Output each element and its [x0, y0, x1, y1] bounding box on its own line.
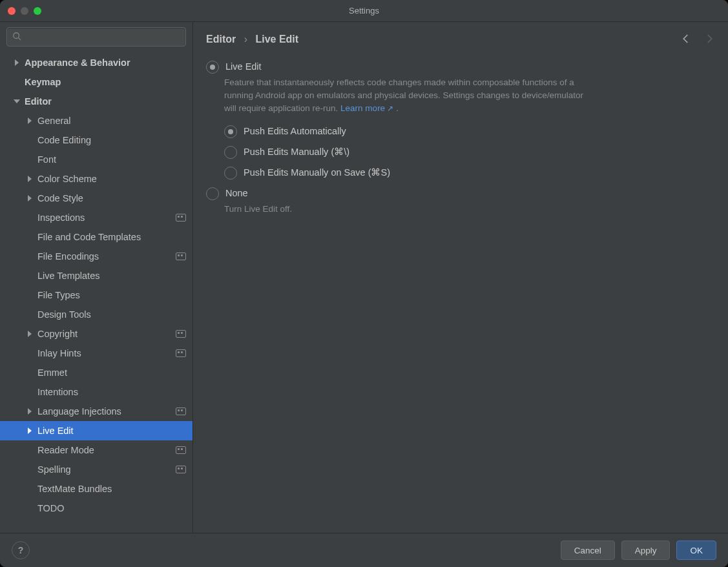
sidebar-item-intentions[interactable]: Intentions	[0, 382, 192, 402]
learn-more-link[interactable]: Learn more	[340, 103, 393, 113]
sidebar-item-color-scheme[interactable]: Color Scheme	[0, 169, 192, 189]
sidebar-item-label: TODO	[37, 503, 186, 513]
svg-point-0	[14, 32, 19, 38]
radio-label: Push Edits Manually (⌘\)	[244, 145, 349, 159]
sidebar-item-label: File Encodings	[37, 251, 172, 262]
sidebar-item-inspections[interactable]: Inspections	[0, 208, 192, 227]
chevron-right-icon	[26, 253, 34, 260]
sidebar-item-live-edit[interactable]: Live Edit	[0, 421, 192, 440]
project-level-badge-icon	[176, 349, 186, 357]
main-panel: Editor › Live Edit Live Edit Feature tha…	[193, 22, 728, 533]
chevron-right-icon	[26, 214, 34, 222]
sidebar-item-label: Appearance & Behavior	[25, 57, 186, 68]
titlebar: Settings	[0, 0, 728, 22]
radio-push-mode-0[interactable]: Push Edits Automatically	[224, 124, 702, 138]
breadcrumb-parent[interactable]: Editor	[206, 34, 236, 45]
apply-button[interactable]: Apply	[621, 541, 671, 560]
chevron-right-icon	[26, 349, 34, 357]
radio-icon	[224, 146, 237, 159]
chevron-right-icon	[26, 407, 34, 415]
ok-button[interactable]: OK	[676, 541, 716, 560]
radio-none[interactable]: None	[206, 186, 702, 200]
chevron-right-icon	[26, 272, 34, 280]
sidebar-item-label: Inlay Hints	[37, 348, 172, 358]
sidebar-item-textmate-bundles[interactable]: TextMate Bundles	[0, 479, 192, 499]
chevron-right-icon	[26, 136, 34, 144]
sidebar-item-label: Code Editing	[37, 135, 186, 145]
search-input[interactable]	[25, 32, 180, 43]
radio-push-mode-1[interactable]: Push Edits Manually (⌘\)	[224, 145, 702, 159]
radio-icon	[224, 125, 237, 138]
radio-label: Push Edits Automatically	[244, 124, 346, 138]
radio-label: None	[225, 186, 248, 200]
chevron-right-icon	[26, 117, 34, 125]
sidebar-item-language-injections[interactable]: Language Injections	[0, 402, 192, 421]
sidebar-item-general[interactable]: General	[0, 111, 192, 130]
sidebar-item-appearance-behavior[interactable]: Appearance & Behavior	[0, 53, 192, 72]
window-body: Appearance & BehaviorKeymapEditorGeneral…	[0, 22, 728, 533]
chevron-right-icon	[26, 446, 34, 454]
chevron-right-icon	[26, 175, 34, 183]
sidebar-item-font[interactable]: Font	[0, 150, 192, 169]
back-button[interactable]	[680, 33, 692, 46]
chevron-right-icon	[26, 369, 34, 376]
settings-window: Settings Appearance & BehaviorKeymapEdit…	[0, 0, 728, 567]
sidebar-item-emmet[interactable]: Emmet	[0, 363, 192, 382]
sidebar-item-label: Color Scheme	[37, 174, 186, 184]
sidebar-item-editor[interactable]: Editor	[0, 92, 192, 111]
project-level-badge-icon	[176, 407, 186, 415]
sidebar-item-live-templates[interactable]: Live Templates	[0, 266, 192, 285]
sidebar-item-copyright[interactable]: Copyright	[0, 324, 192, 344]
sidebar-item-keymap[interactable]: Keymap	[0, 72, 192, 92]
sidebar-item-label: TextMate Bundles	[37, 484, 186, 494]
sidebar-item-code-editing[interactable]: Code Editing	[0, 130, 192, 150]
project-level-badge-icon	[176, 330, 186, 338]
chevron-right-icon	[26, 311, 34, 318]
chevron-right-icon	[26, 233, 34, 241]
chevron-right-icon	[26, 388, 34, 396]
radio-push-mode-2[interactable]: Push Edits Manually on Save (⌘S)	[224, 165, 702, 180]
sidebar: Appearance & BehaviorKeymapEditorGeneral…	[0, 22, 193, 533]
sidebar-item-file-encodings[interactable]: File Encodings	[0, 247, 192, 266]
sidebar-item-label: Code Style	[37, 193, 186, 203]
sidebar-item-inlay-hints[interactable]: Inlay Hints	[0, 344, 192, 363]
sidebar-item-label: Emmet	[37, 367, 186, 378]
project-level-badge-icon	[176, 446, 186, 454]
settings-tree[interactable]: Appearance & BehaviorKeymapEditorGeneral…	[0, 53, 192, 533]
sidebar-item-spelling[interactable]: Spelling	[0, 460, 192, 479]
chevron-right-icon	[26, 291, 34, 299]
sidebar-item-file-and-code-templates[interactable]: File and Code Templates	[0, 227, 192, 247]
sidebar-item-label: Live Edit	[37, 426, 186, 436]
sidebar-item-label: Intentions	[37, 387, 186, 397]
radio-icon	[224, 167, 237, 180]
sidebar-item-todo[interactable]: TODO	[0, 499, 192, 518]
sidebar-item-label: Editor	[25, 96, 186, 107]
none-description: Turn Live Edit off.	[224, 203, 586, 216]
sidebar-item-label: Keymap	[25, 77, 186, 87]
radio-live-edit[interactable]: Live Edit	[206, 59, 702, 74]
sidebar-item-file-types[interactable]: File Types	[0, 285, 192, 305]
sidebar-item-design-tools[interactable]: Design Tools	[0, 305, 192, 324]
cancel-button[interactable]: Cancel	[561, 541, 615, 560]
radio-icon	[206, 187, 219, 200]
push-mode-group: Push Edits AutomaticallyPush Edits Manua…	[224, 124, 702, 180]
project-level-badge-icon	[176, 214, 186, 222]
help-button[interactable]: ?	[12, 541, 30, 559]
sidebar-item-label: Copyright	[37, 329, 172, 339]
window-title: Settings	[0, 6, 728, 15]
chevron-down-icon	[13, 98, 21, 105]
search-field[interactable]	[6, 27, 186, 46]
sidebar-item-code-style[interactable]: Code Style	[0, 189, 192, 208]
sidebar-item-label: Live Templates	[37, 271, 186, 281]
sidebar-item-label: General	[37, 116, 186, 126]
chevron-right-icon	[13, 78, 21, 86]
project-level-badge-icon	[176, 253, 186, 260]
breadcrumb-separator: ›	[244, 34, 247, 45]
breadcrumb: Editor › Live Edit	[206, 34, 298, 45]
sidebar-item-label: File Types	[37, 290, 186, 300]
chevron-right-icon	[26, 427, 34, 435]
sidebar-item-label: Spelling	[37, 464, 172, 475]
sidebar-item-reader-mode[interactable]: Reader Mode	[0, 440, 192, 460]
sidebar-item-label: File and Code Templates	[37, 232, 186, 242]
svg-line-1	[19, 37, 21, 40]
